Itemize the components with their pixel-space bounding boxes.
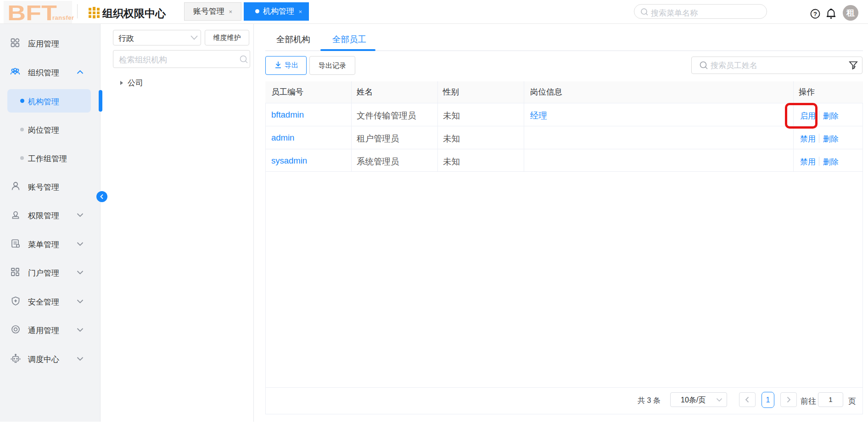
- svg-text:?: ?: [813, 11, 817, 17]
